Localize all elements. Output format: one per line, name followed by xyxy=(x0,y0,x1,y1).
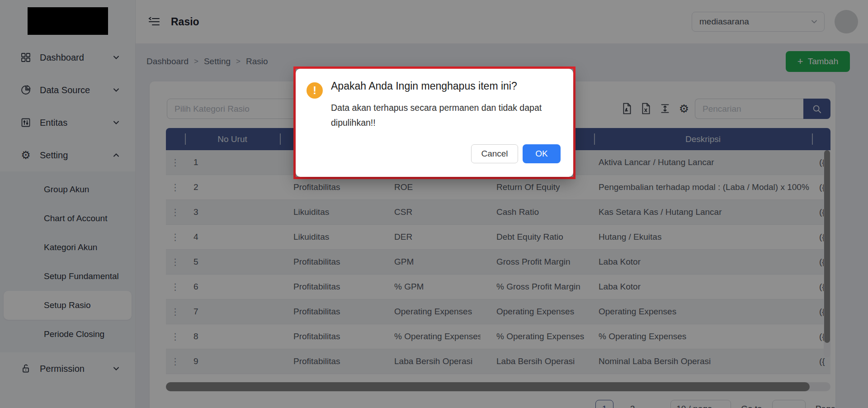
warning-icon: ! xyxy=(307,82,323,99)
cancel-button[interactable]: Cancel xyxy=(471,144,518,163)
dialog-title: Apakah Anda Ingin menghapus item ini? xyxy=(331,80,517,92)
dialog-body: Data akan terhapus secara permanen dan t… xyxy=(331,100,559,130)
dialog-actions: Cancel OK xyxy=(471,144,561,163)
ok-button[interactable]: OK xyxy=(523,144,561,163)
delete-confirm-annotation: ! Apakah Anda Ingin menghapus item ini? … xyxy=(293,66,576,179)
delete-confirm-dialog: ! Apakah Anda Ingin menghapus item ini? … xyxy=(296,69,573,177)
modal-backdrop xyxy=(0,0,868,408)
